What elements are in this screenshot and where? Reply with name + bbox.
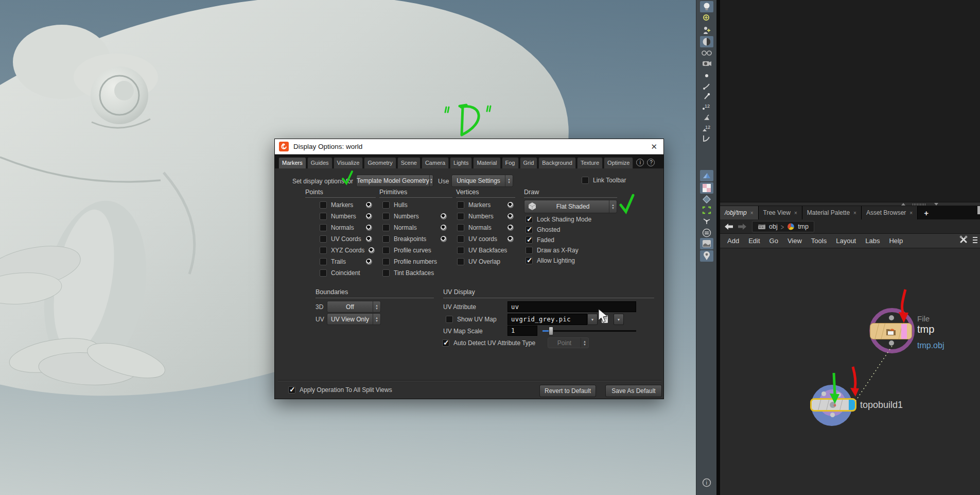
pane-divider[interactable] bbox=[716, 0, 720, 495]
auto-detect-uv-row[interactable]: Auto Detect UV Attribute Type bbox=[442, 339, 535, 347]
tab-optimize[interactable]: Optimize bbox=[604, 157, 633, 168]
uv-attr-type-dropdown[interactable]: Point bbox=[548, 337, 589, 348]
point-normal-icon[interactable] bbox=[700, 80, 713, 92]
menu-labs[interactable]: Labs bbox=[865, 237, 880, 245]
node-display-flag[interactable] bbox=[849, 400, 855, 412]
close-tab-icon[interactable]: × bbox=[794, 210, 797, 216]
close-tab-icon[interactable]: × bbox=[853, 210, 856, 216]
prims-profile-numbers-row[interactable]: Profile numbers bbox=[382, 258, 437, 266]
tab-lights[interactable]: Lights bbox=[450, 157, 472, 168]
forward-arrow-icon[interactable] bbox=[738, 223, 747, 230]
points-coincident-row[interactable]: Coincident bbox=[320, 269, 360, 277]
save-as-default-button[interactable]: Save As Default bbox=[605, 385, 662, 397]
point-numbers-icon[interactable]: 12 bbox=[700, 101, 713, 112]
eye-icon[interactable] bbox=[441, 225, 447, 231]
node-display-flag[interactable] bbox=[901, 324, 907, 339]
file-chooser-icon[interactable] bbox=[601, 314, 610, 325]
checkbox[interactable] bbox=[457, 213, 464, 220]
revert-to-default-button[interactable]: Revert to Default bbox=[539, 385, 596, 397]
eye-icon[interactable] bbox=[366, 225, 372, 231]
menu-go[interactable]: Go bbox=[769, 237, 778, 245]
boundaries-uv-dropdown[interactable]: UV View Only bbox=[327, 313, 381, 325]
checkbox[interactable] bbox=[320, 269, 327, 277]
checkbox[interactable] bbox=[320, 247, 327, 254]
draw-as-xray-row[interactable]: Draw as X-Ray bbox=[526, 246, 579, 254]
vertex-marker-icon[interactable] bbox=[700, 91, 713, 102]
points-trails-row[interactable]: Trails bbox=[320, 258, 372, 266]
file-node-input-dot[interactable] bbox=[889, 315, 894, 320]
prim-normal-icon[interactable] bbox=[700, 112, 713, 124]
template-geometry-dropdown[interactable]: Template Model Geometry bbox=[356, 175, 433, 187]
prims-numbers-row[interactable]: Numbers bbox=[382, 212, 447, 220]
verts-uv-backfaces-row[interactable]: UV Backfaces bbox=[457, 246, 507, 254]
level-circle-icon[interactable] bbox=[700, 227, 713, 238]
close-tab-icon[interactable]: × bbox=[909, 210, 913, 216]
prims-hulls-row[interactable]: Hulls bbox=[382, 201, 408, 209]
topo-node-dot[interactable] bbox=[836, 392, 841, 397]
tab-texture[interactable]: Texture bbox=[577, 157, 603, 168]
tab-material[interactable]: Material bbox=[473, 157, 500, 168]
ghost-view-icon[interactable] bbox=[700, 58, 713, 69]
prims-tint-backfaces-row[interactable]: Tint Backfaces bbox=[382, 269, 434, 277]
tab-grid[interactable]: Grid bbox=[520, 157, 538, 168]
verts-normals-row[interactable]: Normals bbox=[457, 224, 514, 232]
eye-icon[interactable] bbox=[507, 202, 514, 208]
lock-shading-mode-row[interactable]: Lock Shading Mode bbox=[526, 215, 591, 224]
tab-camera[interactable]: Camera bbox=[422, 157, 449, 168]
pane-tab-tree-view[interactable]: Tree View× bbox=[759, 206, 802, 219]
eye-icon[interactable] bbox=[366, 236, 372, 242]
eye-icon[interactable] bbox=[366, 259, 372, 265]
uv-map-file-field[interactable]: uvgrid_grey.pic bbox=[507, 314, 587, 325]
menu-tools[interactable]: Tools bbox=[811, 237, 827, 245]
eye-icon[interactable] bbox=[441, 236, 447, 242]
breadcrumb-root[interactable]: obj bbox=[769, 223, 778, 230]
shaded-prim-icon[interactable] bbox=[700, 170, 713, 181]
file-node-name-label[interactable]: tmp bbox=[917, 323, 934, 335]
pane-tab-asset-browser[interactable]: Asset Browser× bbox=[862, 206, 918, 219]
checkbox[interactable] bbox=[526, 236, 533, 244]
splitter-grip[interactable] bbox=[913, 203, 926, 206]
checkbox[interactable] bbox=[526, 257, 533, 264]
topo-node-output-dot[interactable] bbox=[830, 413, 835, 417]
tab-background[interactable]: Background bbox=[538, 157, 576, 168]
add-camera-icon[interactable] bbox=[700, 25, 713, 36]
tab-guides[interactable]: Guides bbox=[307, 157, 332, 168]
ghosted-row[interactable]: Ghosted bbox=[526, 226, 560, 234]
checkbox[interactable] bbox=[582, 177, 589, 184]
topo-node-name-label[interactable]: topobuild1 bbox=[860, 400, 903, 411]
uv-attribute-field[interactable]: uv bbox=[507, 301, 636, 312]
points-numbers-row[interactable]: Numbers bbox=[320, 212, 372, 220]
verts-markers-row[interactable]: Markers bbox=[457, 201, 514, 209]
spinner-icon[interactable] bbox=[429, 175, 433, 186]
checkbox[interactable] bbox=[526, 216, 533, 223]
tab-fog[interactable]: Fog bbox=[502, 157, 519, 168]
breadcrumb-current[interactable]: tmp bbox=[798, 223, 809, 230]
breadcrumb[interactable]: obj > tmp bbox=[752, 221, 814, 232]
checkbox[interactable] bbox=[320, 224, 327, 231]
tab-visualize[interactable]: Visualize bbox=[334, 157, 363, 168]
checkbox[interactable] bbox=[382, 224, 390, 231]
eye-icon[interactable] bbox=[507, 213, 514, 219]
info-icon[interactable]: i bbox=[700, 477, 713, 488]
allow-lighting-row[interactable]: Allow Lighting bbox=[526, 257, 575, 265]
uv-map-dropdown-icon[interactable]: ▼ bbox=[587, 314, 598, 325]
lightbulb-icon[interactable] bbox=[700, 1, 713, 12]
add-light-icon[interactable] bbox=[700, 12, 713, 24]
show-uv-map-row[interactable]: Show UV Map bbox=[446, 315, 497, 323]
tab-markers[interactable]: Markers bbox=[278, 157, 306, 168]
uv-map-scale-slider-handle[interactable] bbox=[549, 327, 553, 335]
uv-map-menu-icon[interactable]: ▼ bbox=[614, 314, 624, 325]
topobuild-node[interactable] bbox=[810, 398, 856, 412]
list-icon[interactable] bbox=[973, 235, 978, 246]
boundaries-3d-dropdown[interactable]: Off bbox=[327, 301, 381, 313]
checkbox[interactable] bbox=[288, 386, 295, 394]
checkbox[interactable] bbox=[320, 235, 327, 243]
instance-fan-icon[interactable] bbox=[700, 215, 713, 227]
checkbox[interactable] bbox=[446, 316, 453, 323]
prim-numbers-icon[interactable]: 12 bbox=[700, 123, 713, 134]
splitter-up-icon[interactable] bbox=[901, 203, 905, 206]
checkbox[interactable] bbox=[457, 224, 464, 231]
prims-profile-curves-row[interactable]: Profile curves bbox=[382, 246, 431, 254]
checkbox[interactable] bbox=[382, 201, 390, 209]
link-toolbar-checkbox[interactable]: Link Toolbar bbox=[582, 176, 626, 184]
